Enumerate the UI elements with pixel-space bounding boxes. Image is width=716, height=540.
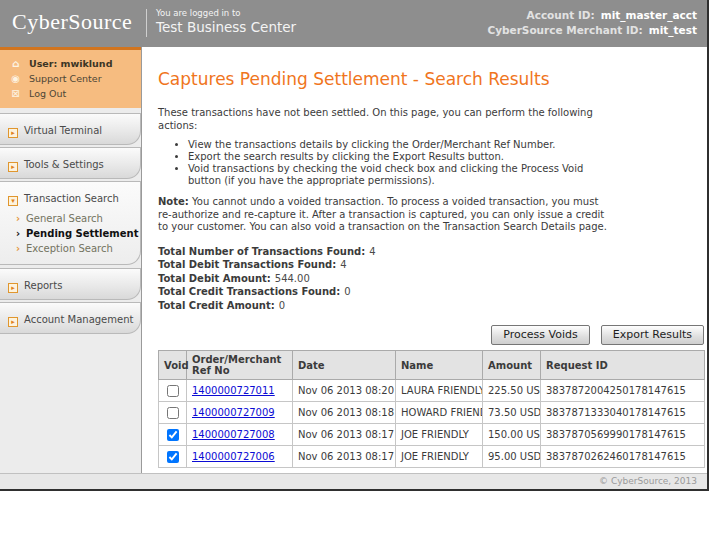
user-label: User: mwiklund [29,58,112,69]
copyright-text: © CyberSource, 2013 [599,476,697,486]
top-button-row: Process Voids Export Results [158,323,704,345]
support-center-label: Support Center [29,73,102,84]
app-name: Test Business Center [156,19,296,35]
table-row: 1400000727009 Nov 06 2013 08:18 PM HOWAR… [159,402,705,424]
general-search-label: General Search [26,213,103,224]
sidebar-item-pending-settlement[interactable]: › Pending Settlement [8,226,140,241]
transaction-search-label: Transaction Search [24,193,119,204]
void-checkbox[interactable] [167,429,179,441]
user-panel: ⌂ User: mwiklund ◉ Support Center ⊠ Log … [0,47,141,108]
expand-arrow-icon: ▸ [8,162,18,172]
merchant-id-label: CyberSource Merchant ID: [487,24,642,36]
tools-settings-label: Tools & Settings [24,159,104,170]
col-request-id: Request ID [541,351,705,380]
header: CyberSource You are logged in to Test Bu… [0,0,707,47]
action-bullet: Export the search results by clicking th… [188,151,618,163]
void-checkbox[interactable] [167,451,179,463]
table-header-row: Void Order/Merchant Ref No Date Name Amo… [159,351,705,380]
order-ref-link[interactable]: 1400000727011 [192,385,275,396]
order-ref-link[interactable]: 1400000727008 [192,429,275,440]
virtual-terminal-label: Virtual Terminal [24,125,102,136]
sidebar-item-general-search[interactable]: › General Search [8,211,140,226]
request-id-cell: 3837871333040178147615 [541,402,705,424]
account-management-label: Account Management [24,314,133,325]
chevron-right-icon: › [12,213,24,224]
note-label: Note: [158,196,189,207]
account-id-label: Account ID: [527,9,595,21]
total-credit-amount: Total Credit Amount:0 [158,299,701,313]
amount-cell: 150.00 USD [483,424,541,446]
account-info: Account ID:mit_master_acct CyberSource M… [487,8,697,38]
logout-icon: ⊠ [9,88,22,99]
order-ref-link[interactable]: 1400000727009 [192,407,275,418]
support-icon: ◉ [9,73,22,84]
total-debit-amount: Total Debit Amount:544.00 [158,272,701,286]
sidebar-item-account-management[interactable]: ▸Account Management [0,302,141,334]
date-cell: Nov 06 2013 08:20 PM [293,380,396,402]
sidebar-item-transaction-search[interactable]: ▾Transaction Search [8,187,140,206]
transaction-search-subitems: › General Search › Pending Settlement › … [8,211,140,256]
total-debit-transactions: Total Debit Transactions Found:4 [158,258,701,272]
col-ref: Order/Merchant Ref No [187,351,293,380]
pending-settlement-label: Pending Settlement [26,228,138,239]
expand-arrow-icon: ▸ [8,317,18,327]
sidebar-item-virtual-terminal[interactable]: ▸Virtual Terminal [0,113,141,145]
col-void: Void [159,351,187,380]
footer: © CyberSource, 2013 [0,473,707,489]
chevron-right-icon: › [12,228,24,239]
request-id-cell: 3837872004250178147615 [541,380,705,402]
amount-cell: 225.50 USD [483,380,541,402]
results-table: Void Order/Merchant Ref No Date Name Amo… [158,350,705,468]
home-icon: ⌂ [9,58,22,69]
sidebar-item-support-center[interactable]: ◉ Support Center [0,71,141,86]
process-voids-button[interactable]: Process Voids [491,325,589,345]
name-cell: JOE FRIENDLY [396,424,483,446]
void-checkbox[interactable] [167,385,179,397]
name-cell: JOE FRIENDLY [396,446,483,468]
merchant-id-value: mit_test [649,24,697,36]
table-row: 1400000727006 Nov 06 2013 08:17 PM JOE F… [159,446,705,468]
total-credit-transactions: Total Credit Transactions Found:0 [158,285,701,299]
table-row: 1400000727008 Nov 06 2013 08:17 PM JOE F… [159,424,705,446]
app-window: CyberSource You are logged in to Test Bu… [0,0,709,491]
intro-text: These transactions have not been settled… [158,107,608,132]
logo-divider [146,9,147,37]
page-title: Captures Pending Settlement - Search Res… [158,70,701,89]
col-amount: Amount [483,351,541,380]
login-context: You are logged in to Test Business Cente… [156,8,296,35]
cybersource-logo: CyberSource [12,9,132,35]
expand-arrow-icon: ▸ [8,283,18,293]
sidebar-item-tools-settings[interactable]: ▸Tools & Settings [0,147,141,179]
chevron-right-icon: › [12,243,24,254]
sidebar-item-user[interactable]: ⌂ User: mwiklund [0,56,141,71]
export-results-button[interactable]: Export Results [601,325,704,345]
name-cell: HOWARD FRIENDLY [396,402,483,424]
sidebar: ⌂ User: mwiklund ◉ Support Center ⊠ Log … [0,47,142,473]
table-row: 1400000727011 Nov 06 2013 08:20 PM LAURA… [159,380,705,402]
expand-arrow-icon: ▸ [8,128,18,138]
request-id-cell: 3837870569990178147615 [541,424,705,446]
note-body: You cannot undo a voided transaction. To… [158,196,607,232]
order-ref-link[interactable]: 1400000727006 [192,451,275,462]
amount-cell: 95.00 USD [483,446,541,468]
account-id-value: mit_master_acct [601,9,697,21]
amount-cell: 73.50 USD [483,402,541,424]
sidebar-item-log-out[interactable]: ⊠ Log Out [0,86,141,101]
date-cell: Nov 06 2013 08:17 PM [293,424,396,446]
reports-label: Reports [24,280,62,291]
action-bullet: Void transactions by checking the void c… [188,163,618,187]
sidebar-item-exception-search[interactable]: › Exception Search [8,241,140,256]
exception-search-label: Exception Search [26,243,113,254]
action-bullet: View the transactions details by clickin… [188,139,618,151]
logged-in-label: You are logged in to [156,8,296,18]
date-cell: Nov 06 2013 08:18 PM [293,402,396,424]
main-content: Captures Pending Settlement - Search Res… [143,47,707,473]
totals-summary: Total Number of Transactions Found:4 Tot… [158,245,701,313]
col-name: Name [396,351,483,380]
void-checkbox[interactable] [167,407,179,419]
sidebar-item-reports[interactable]: ▸Reports [0,268,141,300]
name-cell: LAURA FRIENDLY [396,380,483,402]
col-date: Date [293,351,396,380]
actions-list: View the transactions details by clickin… [188,139,618,187]
request-id-cell: 3837870262460178147615 [541,446,705,468]
